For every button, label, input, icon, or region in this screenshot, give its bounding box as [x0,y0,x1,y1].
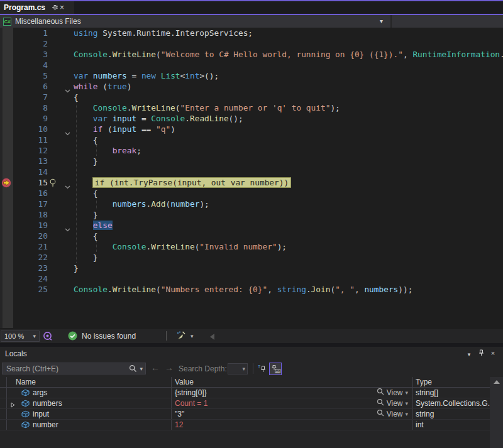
code-line[interactable]: 6while (true) [0,81,503,92]
pin-icon[interactable] [476,349,486,358]
code-line[interactable]: 16 { [0,188,503,199]
code-line[interactable]: 20 { [0,231,503,241]
code-line[interactable]: 9 var input = Console.ReadLine(); [0,113,503,124]
code-line[interactable]: 13 } [0,156,503,167]
view-button[interactable]: View▾ [377,398,408,408]
code-editor[interactable]: 1using System.Runtime.InteropServices;23… [0,28,503,328]
chevron-down-icon[interactable]: ▾ [140,366,143,372]
line-number: 17 [0,199,48,209]
filter-pinned-properties-button[interactable]: T [256,363,268,375]
view-button[interactable]: View▾ [377,409,408,419]
pinnable-properties-button[interactable]: ab [269,363,282,375]
code-line[interactable]: 3Console.WriteLine("Welcome to C# Hello … [0,49,503,60]
search-prev-arrow[interactable]: ← [151,363,160,373]
variable-icon [21,421,30,430]
code-line[interactable]: 18 } [0,209,503,220]
magnifier-icon [377,388,385,398]
fold-gutter [48,38,74,49]
table-row[interactable]: number12int [0,420,490,430]
close-icon[interactable]: × [60,4,64,11]
scroll-up-arrow[interactable] [494,380,500,384]
current-statement-breakpoint-icon[interactable] [1,178,11,190]
variable-value[interactable]: Count = 1 [175,399,207,408]
window-position-icon[interactable]: ▾ [464,351,474,358]
variable-type: string[] [416,388,438,397]
locals-panel: Locals ▾ × ▾ ← → Search Depth: ▾ [0,347,503,448]
document-tab-strip: Program.cs × [0,1,503,14]
code-line[interactable]: 7{ [0,92,503,102]
chevron-down-icon[interactable]: ▾ [380,18,383,25]
code-line[interactable]: 8 Console.WriteLine("Enter a number or '… [0,102,503,113]
code-text: var input = Console.ReadLine(); [74,113,243,124]
view-button[interactable]: View▾ [377,388,408,398]
issues-text: No issues found [82,332,136,341]
code-line[interactable]: 14 [0,167,503,177]
issues-status[interactable]: No issues found [68,331,136,341]
close-icon[interactable]: × [488,349,498,357]
editor-health-indicator-icon[interactable] [43,331,52,343]
search-depth-dropdown[interactable]: ▾ [228,363,248,374]
column-header-value[interactable]: Value [175,378,194,386]
code-line[interactable]: 23} [0,263,503,273]
scroll-left-arrow[interactable] [210,334,214,340]
locals-title-bar[interactable]: Locals ▾ × [0,347,503,361]
locals-toolbar: ▾ ← → Search Depth: ▾ T ab [0,361,503,377]
column-header-name[interactable]: Name [16,378,36,386]
table-row[interactable]: input"3"View▾string [0,409,490,420]
csharp-project-icon: C# [3,18,11,26]
fold-gutter [48,92,74,102]
code-text: Console.WriteLine("Enter a number or 'q'… [74,102,340,113]
search-box[interactable]: ▾ [2,363,146,374]
code-line[interactable]: 19 else [0,220,503,231]
code-line[interactable]: 15 if (int.TryParse(input, out var numbe… [0,177,503,188]
pin-icon[interactable] [52,4,58,12]
search-icon[interactable] [129,364,137,373]
code-line[interactable]: 1using System.Runtime.InteropServices; [0,28,503,38]
variable-type: System.Collections.G... [416,399,494,408]
fold-gutter [48,113,74,124]
project-dropdown[interactable]: Miscellaneous Files [15,17,81,26]
table-header: Name Value Type [0,377,490,388]
code-line[interactable]: 4 [0,60,503,70]
code-line[interactable]: 12 break; [0,145,503,156]
code-line[interactable]: 21 Console.WriteLine("Invalid number"); [0,241,503,252]
code-line[interactable]: 10 if (input == "q") [0,124,503,134]
line-number: 14 [0,167,48,177]
magnifier-icon [377,409,385,419]
vs-editor-window: Program.cs × C# Miscellaneous Files ▾ 1u… [0,0,503,448]
fold-gutter [48,209,74,220]
fold-gutter [48,273,74,284]
line-number: 3 [0,49,48,60]
code-line[interactable]: 22 } [0,252,503,263]
view-label: View [387,399,403,408]
code-line[interactable]: 24 [0,273,503,284]
code-line[interactable]: 2 [0,38,503,49]
code-line[interactable]: 17 numbers.Add(number); [0,199,503,209]
text-pin-icon: T [258,364,267,373]
column-header-type[interactable]: Type [416,378,432,386]
table-row[interactable]: numbersCount = 1View▾System.Collections.… [0,398,490,409]
variable-value[interactable]: "3" [175,410,184,418]
zoom-dropdown[interactable]: 100 % ▾ [1,331,40,342]
table-row[interactable]: args{string[0]}View▾string[] [0,388,490,398]
search-next-arrow[interactable]: → [165,363,174,373]
vertical-scrollbar[interactable] [490,377,503,448]
expand-arrow-icon[interactable] [11,401,15,410]
fold-gutter [48,156,74,167]
code-cleanup-button[interactable]: ▾ [176,331,194,341]
code-line[interactable]: 5var numbers = new List<int>(); [0,70,503,81]
code-text: { [74,134,98,145]
line-number: 25 [0,284,48,295]
search-input[interactable] [5,364,129,374]
broom-icon [176,331,187,341]
tab-program-cs[interactable]: Program.cs × [0,1,74,14]
variable-value[interactable]: {string[0]} [175,388,207,397]
fold-gutter [48,220,74,231]
variable-value[interactable]: 12 [175,420,183,429]
line-number: 24 [0,273,48,284]
code-line[interactable]: 25Console.WriteLine("Numbers entered: {0… [0,284,503,295]
line-number: 21 [0,241,48,252]
code-line[interactable]: 11 { [0,134,503,145]
locals-table: Name Value Type args{string[0]}View▾stri… [0,377,503,448]
line-number: 2 [0,38,48,49]
